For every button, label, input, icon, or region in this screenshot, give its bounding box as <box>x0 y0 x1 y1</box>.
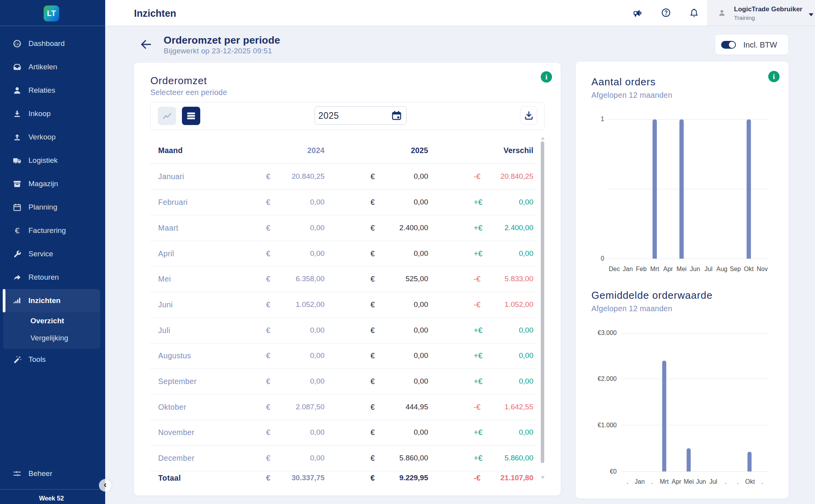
svg-text:Jul: Jul <box>704 266 712 272</box>
svg-text:.: . <box>737 478 739 485</box>
svg-text:Mrt: Mrt <box>660 478 669 485</box>
svg-text:.: . <box>651 478 653 485</box>
svg-text:Mrt: Mrt <box>650 266 660 272</box>
svg-text:€2.000: €2.000 <box>598 375 617 382</box>
svg-text:1: 1 <box>601 116 604 122</box>
svg-text:Mei: Mei <box>684 478 694 485</box>
svg-text:Jun: Jun <box>690 266 700 272</box>
svg-text:Jan: Jan <box>623 266 633 272</box>
svg-text:Apr: Apr <box>672 478 682 485</box>
svg-text:Sep: Sep <box>730 266 741 272</box>
svg-text:€3.000: €3.000 <box>598 330 617 336</box>
svg-text:0: 0 <box>601 255 604 262</box>
svg-text:Feb: Feb <box>636 266 647 272</box>
svg-text:Apr: Apr <box>663 266 674 272</box>
svg-text:Mei: Mei <box>677 266 687 272</box>
svg-text:Okt: Okt <box>744 266 754 272</box>
svg-text:€0: €0 <box>610 468 617 475</box>
svg-text:Aug: Aug <box>716 266 727 272</box>
svg-text:Okt: Okt <box>745 478 755 485</box>
svg-text:Jan: Jan <box>635 478 645 485</box>
svg-text:Dec: Dec <box>609 266 620 272</box>
svg-text:Nov: Nov <box>757 266 767 272</box>
svg-text:Jun: Jun <box>696 478 706 485</box>
svg-text:.: . <box>626 478 628 485</box>
svg-text:.: . <box>762 478 763 485</box>
svg-text:€1.000: €1.000 <box>598 422 617 428</box>
svg-text:Jul: Jul <box>709 478 717 485</box>
svg-text:€: € <box>15 226 19 235</box>
svg-text:.: . <box>725 478 726 485</box>
